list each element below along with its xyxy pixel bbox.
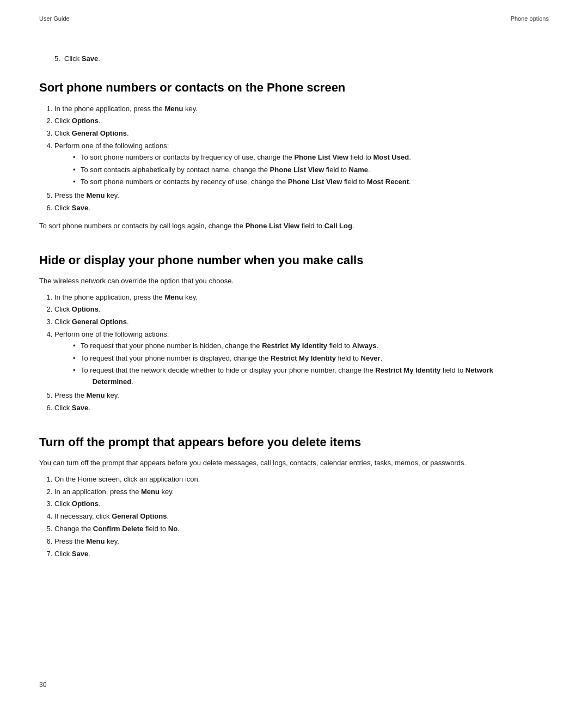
section1-heading: Sort phone numbers or contacts on the Ph… (39, 80, 549, 96)
bold-text: General Options (72, 129, 127, 137)
list-item: Press the Menu key. (54, 190, 549, 202)
bold-text: Call Log (324, 222, 352, 230)
list-item: Press the Menu key. (54, 390, 549, 401)
list-item: In the phone application, press the Menu… (54, 292, 549, 303)
bold-text: Name (349, 166, 368, 174)
bold-text: Phone List View (270, 166, 324, 174)
list-item: Perform one of the following actions: To… (54, 141, 549, 188)
list-item: Perform one of the following actions: To… (54, 329, 549, 388)
page-number: 30 (39, 681, 46, 689)
page-container: User Guide Phone options 5. Click Save. … (0, 0, 588, 613)
bold-text: General Options (112, 512, 167, 520)
bold-text: Menu (87, 391, 105, 399)
bold-text: Phone List View (294, 153, 348, 161)
list-item: In the phone application, press the Menu… (54, 104, 549, 115)
bold-text: Most Recent (367, 178, 409, 186)
section-sort-phone-numbers: Sort phone numbers or contacts on the Ph… (39, 80, 549, 232)
list-item: In an application, press the Menu key. (54, 486, 549, 498)
bold-text: Phone List View (246, 222, 299, 230)
bold-text: Phone List View (288, 178, 342, 186)
header-right: Phone options (511, 15, 549, 22)
section1-steps: In the phone application, press the Menu… (54, 104, 549, 214)
step-intro: 5. Click Save. (54, 54, 549, 63)
bold-text: Restrict My Identity (375, 366, 440, 374)
list-item: To sort contacts alphabetically by conta… (81, 165, 549, 176)
list-item: On the Home screen, click an application… (54, 474, 549, 485)
bold-text: Save (72, 550, 88, 558)
bold-text: Restrict My Identity (271, 354, 336, 362)
bold-text: Save (72, 404, 88, 412)
bold-text: Save (72, 204, 88, 212)
list-item: Click Save. (54, 549, 549, 560)
list-item: Click General Options. (54, 128, 549, 139)
bold-text: Always (352, 342, 377, 350)
list-item: Click Options. (54, 498, 549, 510)
list-item: Click Save. (54, 203, 549, 214)
list-item: Click Options. (54, 115, 549, 127)
section3-heading: Turn off the prompt that appears before … (39, 435, 549, 451)
bold-text: Most Used (373, 153, 409, 161)
list-item: Change the Confirm Delete field to No. (54, 524, 549, 535)
bold-text: Menu (87, 191, 105, 199)
bold-text: Menu (87, 537, 105, 545)
bold-text: Options (72, 117, 99, 125)
list-item: To request that your phone number is hid… (81, 340, 549, 352)
bold-text: Never (361, 354, 381, 362)
section1-note: To sort phone numbers or contacts by cal… (39, 221, 549, 232)
list-item: To request that your phone number is dis… (81, 353, 549, 364)
bold-text: Confirm Delete (93, 525, 143, 533)
bold-text: Restrict My Identity (262, 342, 327, 350)
section3-steps: On the Home screen, click an application… (54, 474, 549, 560)
step-intro-bold: Save (82, 54, 98, 63)
section-turn-off-prompt: Turn off the prompt that appears before … (39, 435, 549, 560)
section-hide-display-number: Hide or display your phone number when y… (39, 253, 549, 414)
list-item: To sort phone numbers or contacts by rec… (81, 176, 549, 188)
page-header: User Guide Phone options (39, 15, 549, 22)
bold-text: Options (72, 305, 99, 313)
list-item: Press the Menu key. (54, 536, 549, 547)
header-left: User Guide (39, 15, 70, 22)
list-item: Click Options. (54, 304, 549, 315)
list-item: To sort phone numbers or contacts by fre… (81, 152, 549, 163)
bold-text: Options (72, 500, 99, 508)
bold-text: No (168, 525, 177, 533)
bold-text: Menu (141, 488, 160, 496)
section2-heading: Hide or display your phone number when y… (39, 253, 549, 269)
section2-steps: In the phone application, press the Menu… (54, 292, 549, 414)
section2-intro: The wireless network can override the op… (39, 276, 549, 287)
bold-text: General Options (72, 318, 127, 326)
section1-bullets: To sort phone numbers or contacts by fre… (81, 152, 549, 188)
list-item: Click Save. (54, 403, 549, 414)
list-item: To request that the network decide wheth… (81, 365, 549, 388)
bold-text: Menu (164, 293, 183, 301)
section3-intro: You can turn off the prompt that appears… (39, 458, 549, 468)
section2-bullets: To request that your phone number is hid… (81, 340, 549, 388)
list-item: If necessary, click General Options. (54, 511, 549, 522)
bold-text: Menu (164, 105, 183, 113)
list-item: Click General Options. (54, 317, 549, 328)
